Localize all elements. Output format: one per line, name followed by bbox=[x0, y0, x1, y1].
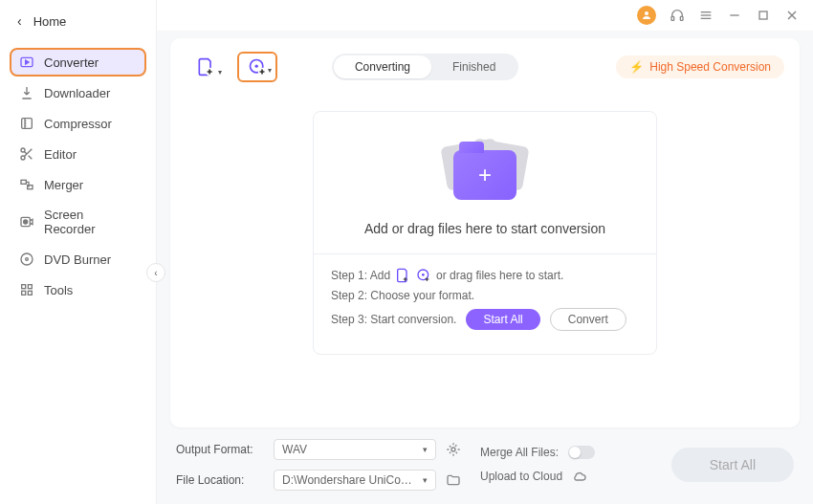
start-all-button[interactable]: Start All bbox=[671, 448, 794, 482]
cloud-icon[interactable] bbox=[572, 469, 587, 484]
titlebar bbox=[157, 0, 813, 31]
merge-toggle[interactable] bbox=[568, 446, 595, 459]
chevron-down-icon: ▾ bbox=[423, 475, 428, 485]
grid-icon bbox=[19, 282, 34, 297]
file-location-select[interactable]: D:\Wondershare UniConverter 1▾ bbox=[274, 470, 436, 491]
scissors-icon bbox=[19, 146, 34, 162]
sidebar-item-label: Downloader bbox=[44, 86, 110, 100]
folder-graphic: + bbox=[331, 137, 639, 204]
sidebar-item-converter[interactable]: Converter bbox=[10, 48, 146, 77]
menu-icon[interactable] bbox=[698, 8, 714, 23]
svg-rect-4 bbox=[21, 180, 26, 184]
sidebar-item-label: Editor bbox=[44, 147, 77, 162]
svg-point-30 bbox=[451, 448, 455, 451]
disc-icon bbox=[19, 252, 34, 267]
svg-rect-15 bbox=[671, 16, 674, 20]
convert-mini-button[interactable]: Convert bbox=[550, 308, 626, 331]
sidebar-item-label: Compressor bbox=[44, 117, 112, 131]
svg-rect-21 bbox=[759, 11, 767, 19]
home-label: Home bbox=[33, 14, 67, 29]
chevron-down-icon: ▾ bbox=[218, 68, 222, 77]
compress-icon bbox=[19, 116, 34, 131]
step-3: Step 3: Start conversion. Start All Conv… bbox=[331, 308, 639, 331]
merge-label: Merge All Files: bbox=[480, 446, 559, 459]
svg-point-3 bbox=[21, 156, 25, 160]
sidebar-item-editor[interactable]: Editor bbox=[10, 140, 146, 168]
back-icon: ‹ bbox=[17, 13, 22, 29]
sidebar-item-merger[interactable]: Merger bbox=[10, 170, 146, 199]
play-rect-icon bbox=[19, 55, 34, 70]
svg-point-8 bbox=[21, 253, 33, 265]
high-speed-badge[interactable]: ⚡ High Speed Conversion bbox=[616, 55, 784, 78]
maximize-icon[interactable] bbox=[756, 8, 771, 23]
folder-icon[interactable] bbox=[446, 472, 461, 488]
svg-point-7 bbox=[24, 220, 28, 224]
merge-icon bbox=[19, 177, 34, 192]
svg-point-14 bbox=[645, 11, 648, 15]
svg-rect-11 bbox=[28, 285, 32, 289]
home-nav[interactable]: ‹ Home bbox=[0, 0, 156, 42]
sidebar: ‹ Home Converter Downloader Compressor E… bbox=[0, 0, 157, 504]
svg-point-9 bbox=[26, 258, 29, 261]
sidebar-item-label: Screen Recorder bbox=[44, 208, 137, 236]
gear-icon[interactable] bbox=[446, 442, 461, 457]
dropzone[interactable]: + Add or drag files here to start conver… bbox=[313, 111, 657, 355]
sidebar-item-compressor[interactable]: Compressor bbox=[10, 109, 146, 138]
collapse-sidebar-button[interactable]: ‹ bbox=[146, 263, 165, 282]
svg-point-29 bbox=[422, 274, 425, 276]
tab-converting[interactable]: Converting bbox=[334, 55, 431, 78]
step-2: Step 2: Choose your format. bbox=[331, 289, 639, 302]
svg-point-26 bbox=[255, 65, 258, 68]
avatar-icon[interactable] bbox=[637, 6, 656, 25]
svg-rect-1 bbox=[22, 119, 33, 129]
hs-label: High Speed Conversion bbox=[649, 60, 771, 74]
download-icon bbox=[19, 85, 34, 100]
sidebar-item-tools[interactable]: Tools bbox=[10, 275, 146, 304]
content-card: ▾ ▾ Converting Finished ⚡ High Speed Con… bbox=[170, 38, 800, 427]
sidebar-item-downloader[interactable]: Downloader bbox=[10, 78, 146, 107]
sidebar-item-dvd-burner[interactable]: DVD Burner bbox=[10, 245, 146, 274]
add-file-button[interactable]: ▾ bbox=[186, 52, 226, 82]
dropzone-title: Add or drag files here to start conversi… bbox=[331, 221, 639, 236]
record-icon bbox=[19, 214, 34, 230]
add-dvd-icon bbox=[416, 268, 431, 283]
minimize-icon[interactable] bbox=[727, 8, 742, 23]
chevron-down-icon: ▾ bbox=[423, 445, 428, 454]
sidebar-item-label: Converter bbox=[44, 55, 99, 70]
svg-rect-12 bbox=[22, 291, 26, 295]
add-dvd-button[interactable]: ▾ bbox=[237, 52, 277, 82]
add-file-icon bbox=[395, 268, 410, 283]
step-1: Step 1: Add or drag files here to start. bbox=[331, 268, 639, 283]
file-location-label: File Location: bbox=[176, 473, 264, 487]
tab-finished[interactable]: Finished bbox=[431, 55, 516, 78]
chevron-down-icon: ▾ bbox=[268, 66, 272, 75]
close-icon[interactable] bbox=[784, 8, 800, 23]
sidebar-item-label: Merger bbox=[44, 178, 83, 192]
start-all-mini-button[interactable]: Start All bbox=[466, 309, 539, 330]
svg-point-2 bbox=[21, 148, 25, 152]
output-format-select[interactable]: WAV▾ bbox=[274, 439, 436, 460]
sidebar-item-label: DVD Burner bbox=[44, 252, 111, 267]
svg-rect-10 bbox=[22, 285, 26, 289]
bottom-bar: Output Format: WAV▾ File Location: D:\Wo… bbox=[157, 427, 813, 504]
status-tabs: Converting Finished bbox=[332, 54, 518, 80]
sidebar-item-screen-recorder[interactable]: Screen Recorder bbox=[10, 201, 146, 243]
svg-rect-16 bbox=[680, 16, 683, 20]
output-format-label: Output Format: bbox=[176, 443, 264, 456]
bolt-icon: ⚡ bbox=[629, 60, 644, 74]
headset-icon[interactable] bbox=[670, 8, 685, 23]
upload-label: Upload to Cloud bbox=[480, 470, 562, 483]
svg-rect-13 bbox=[28, 291, 32, 295]
sidebar-item-label: Tools bbox=[44, 283, 73, 297]
